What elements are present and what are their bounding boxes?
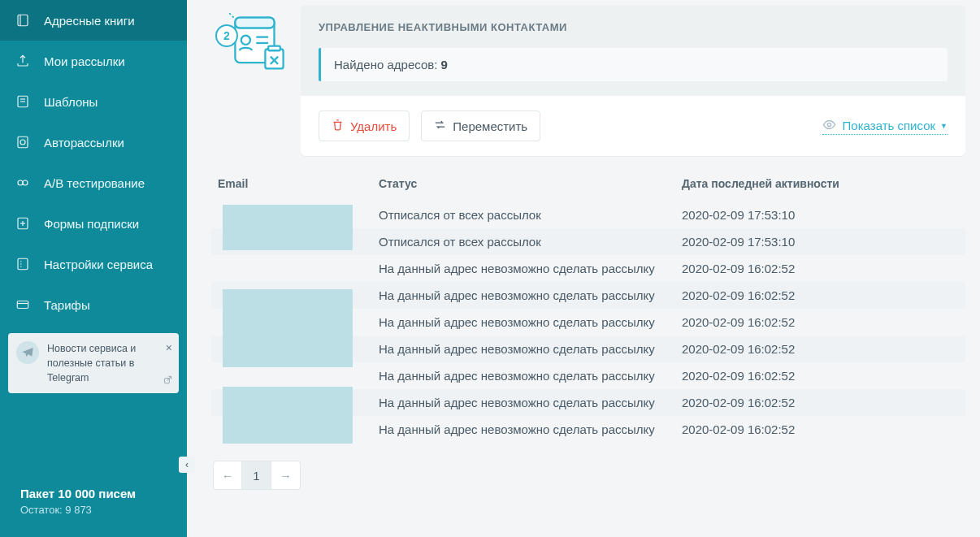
sidebar-item-address-books[interactable]: Адресные книги	[0, 0, 187, 41]
cell-date: 2020-02-09 16:02:52	[682, 342, 959, 356]
eye-icon	[822, 118, 836, 134]
sidebar-nav: Адресные книги Мои рассылки Шаблоны Авто…	[0, 0, 187, 325]
show-list-link[interactable]: Показать список ▼	[822, 118, 947, 135]
cell-date: 2020-02-09 17:53:10	[682, 208, 959, 222]
cell-status: Отписался от всех рассылок	[379, 235, 682, 249]
contact-card-icon	[229, 13, 289, 73]
sidebar-item-label: Тарифы	[44, 298, 90, 312]
move-button[interactable]: Переместить	[421, 110, 540, 141]
pager-page-1[interactable]: 1	[242, 461, 271, 490]
form-icon	[15, 215, 31, 232]
main-content: 2 УПРАВЛЕНИЕ НЕАКТИВНЫМИ КОНТАКТАМИ	[187, 0, 980, 537]
settings-icon	[15, 256, 31, 272]
step-panel: 2 УПРАВЛЕНИЕ НЕАКТИВНЫМИ КОНТАКТАМИ	[211, 5, 965, 156]
svg-rect-12	[18, 258, 28, 270]
result-summary: Найдено адресов: 9	[319, 48, 947, 81]
caret-down-icon: ▼	[940, 122, 947, 130]
th-date: Дата последней активности	[682, 177, 959, 190]
panel-title: УПРАВЛЕНИЕ НЕАКТИВНЫМИ КОНТАКТАМИ	[319, 21, 947, 33]
pager-prev[interactable]: ←	[213, 461, 242, 490]
sidebar-item-tariffs[interactable]: Тарифы	[0, 284, 187, 325]
table-row[interactable]: На данный адрес невозможно сделать рассы…	[211, 255, 965, 282]
svg-rect-17	[235, 18, 274, 28]
cell-date: 2020-02-09 16:02:52	[682, 422, 959, 436]
template-icon	[15, 93, 31, 110]
svg-rect-13	[17, 301, 28, 309]
move-label: Переместить	[453, 119, 527, 133]
sidebar: Адресные книги Мои рассылки Шаблоны Авто…	[0, 0, 187, 537]
cell-status: На данный адрес невозможно сделать рассы…	[379, 396, 682, 409]
sidebar-item-service-settings[interactable]: Настройки сервиса	[0, 244, 187, 284]
svg-point-7	[18, 180, 23, 185]
actions-bar: Удалить Переместить Показать список ▼	[301, 96, 965, 156]
sidebar-item-label: Шаблоны	[44, 95, 98, 109]
cell-status: На данный адрес невозможно сделать рассы…	[379, 369, 682, 383]
sidebar-item-templates[interactable]: Шаблоны	[0, 81, 187, 122]
card-icon	[15, 297, 31, 313]
cell-status: На данный адрес невозможно сделать рассы…	[379, 288, 682, 302]
svg-rect-0	[18, 15, 28, 26]
cell-status: На данный адрес невозможно сделать рассы…	[379, 342, 682, 356]
table-header: Email Статус Дата последней активности	[211, 177, 965, 201]
svg-rect-5	[18, 136, 28, 148]
step-number-badge: 2	[215, 24, 238, 47]
telegram-icon	[16, 341, 39, 364]
th-email: Email	[218, 177, 379, 190]
ab-icon	[15, 175, 31, 191]
sidebar-item-ab-testing[interactable]: A/B тестирование	[0, 162, 187, 203]
sidebar-item-label: A/B тестирование	[44, 176, 145, 190]
cell-date: 2020-02-09 16:02:52	[682, 288, 959, 302]
cell-date: 2020-02-09 16:02:52	[682, 396, 959, 409]
clock-icon	[15, 134, 31, 150]
contacts-table: Email Статус Дата последней активности О…	[211, 177, 965, 490]
step-illustration: 2	[211, 5, 301, 76]
redacted-email	[223, 387, 353, 444]
upload-icon	[15, 53, 31, 69]
pagination: ← 1 →	[211, 461, 965, 490]
show-list-label: Показать список	[843, 119, 936, 132]
trash-icon	[332, 119, 344, 133]
sidebar-item-campaigns[interactable]: Мои рассылки	[0, 41, 187, 81]
sidebar-item-label: Формы подписки	[44, 217, 139, 231]
cell-date: 2020-02-09 16:02:52	[682, 262, 959, 275]
external-link-icon	[163, 374, 172, 388]
promo-text: Новости сервиса и полезные статьи в Tele…	[47, 341, 171, 385]
cell-status: На данный адрес невозможно сделать рассы…	[379, 262, 682, 275]
redacted-email	[223, 205, 353, 250]
svg-point-26	[827, 123, 830, 126]
plan-title: Пакет 10 000 писем	[20, 487, 171, 500]
cell-date: 2020-02-09 16:02:52	[682, 315, 959, 329]
pager-next[interactable]: →	[271, 461, 301, 490]
svg-rect-21	[265, 49, 283, 68]
svg-line-25	[229, 13, 234, 18]
th-status: Статус	[379, 177, 682, 190]
table-body: Отписался от всех рассылок 2020-02-09 17…	[211, 201, 965, 443]
svg-point-6	[20, 140, 25, 145]
cell-status: На данный адрес невозможно сделать рассы…	[379, 422, 682, 436]
move-icon	[434, 119, 446, 133]
sidebar-item-autoresponders[interactable]: Авторассылки	[0, 122, 187, 162]
sidebar-item-label: Настройки сервиса	[44, 258, 153, 271]
book-icon	[15, 12, 31, 28]
plan-balance: Остаток: 9 873	[20, 504, 171, 516]
found-label: Найдено адресов:	[334, 58, 441, 71]
cell-date: 2020-02-09 17:53:10	[682, 235, 959, 249]
redacted-email	[223, 289, 353, 367]
found-count: 9	[441, 58, 448, 71]
sidebar-item-label: Мои рассылки	[44, 54, 125, 68]
sidebar-item-label: Авторассылки	[44, 136, 124, 149]
cell-date: 2020-02-09 16:02:52	[682, 369, 959, 383]
delete-button[interactable]: Удалить	[319, 110, 410, 141]
close-icon[interactable]: ×	[166, 340, 172, 356]
svg-point-8	[23, 180, 28, 185]
collapse-sidebar-button[interactable]: ‹	[179, 457, 195, 473]
svg-rect-22	[268, 46, 280, 51]
cell-status: На данный адрес невозможно сделать рассы…	[379, 315, 682, 329]
inactive-contacts-panel: УПРАВЛЕНИЕ НЕАКТИВНЫМИ КОНТАКТАМИ Найден…	[301, 5, 965, 156]
sidebar-item-subscribe-forms[interactable]: Формы подписки	[0, 203, 187, 244]
delete-label: Удалить	[350, 119, 397, 133]
cell-status: Отписался от всех рассылок	[379, 208, 682, 222]
sidebar-item-label: Адресные книги	[44, 14, 135, 28]
sidebar-footer: Пакет 10 000 писем Остаток: 9 873	[0, 472, 187, 537]
telegram-promo-card[interactable]: Новости сервиса и полезные статьи в Tele…	[8, 333, 179, 393]
